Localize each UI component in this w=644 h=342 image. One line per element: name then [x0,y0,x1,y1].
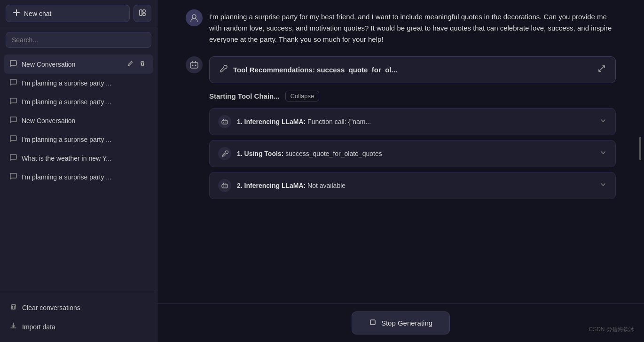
svg-point-16 [223,186,224,187]
svg-rect-2 [143,13,145,16]
chat-icon-7 [9,172,17,182]
conversation-item-7[interactable]: I'm planning a surprise party ... [4,168,153,187]
chat-icon-6 [9,154,17,163]
svg-point-12 [226,122,227,123]
bot-message-group: Tool Recommendations: success_quote_for_… [186,56,616,204]
search-container [0,27,157,53]
tool-recommendation-box[interactable]: Tool Recommendations: success_quote_for_… [209,56,616,83]
chevron-down-icon-1 [599,117,607,126]
sidebar: New chat New Conversation [0,0,157,342]
svg-point-9 [221,71,222,72]
llama-avatar-2 [218,179,231,192]
svg-point-5 [192,65,194,66]
import-data-button[interactable]: Import data [4,317,153,336]
stop-generating-label: Stop Generating [381,319,432,327]
sidebar-toggle-button[interactable] [134,5,151,22]
clear-conversations-label: Clear conversations [22,304,80,311]
conversation-item-active[interactable]: New Conversation [4,54,153,74]
trash-icon [9,303,17,312]
tool-rec-left: Tool Recommendations: success_quote_for_… [219,64,397,75]
tool-step-3-left: 2. Inferencing LLaMA: Not available [218,179,346,192]
conversation-text-3: I'm planning a surprise party ... [22,98,148,106]
chat-area: I'm planning a surprise party for my bes… [157,0,644,303]
delete-conversation-button[interactable] [137,59,148,69]
chat-icon-2 [9,78,17,88]
new-chat-label: New chat [24,10,51,17]
bot-message-header: Tool Recommendations: success_quote_for_… [186,56,616,204]
user-message-group: I'm planning a surprise party for my bes… [186,9,616,45]
svg-rect-1 [143,10,145,12]
svg-rect-10 [222,120,228,124]
tool-chain-header: Starting Tool Chain... Collapse [209,91,616,101]
svg-point-14 [226,119,227,120]
tool-chain-title: Starting Tool Chain... [209,92,280,100]
tool-step-2-left: 1. Using Tools: success_quote_for_olato_… [218,147,382,160]
conversation-text-7: I'm planning a surprise party ... [22,173,148,181]
expand-icon [597,64,606,75]
user-avatar [186,9,203,26]
svg-point-17 [226,186,227,187]
chat-icon-5 [9,135,17,144]
stop-icon [369,319,377,327]
bot-avatar [186,56,203,73]
svg-rect-4 [190,62,198,68]
chat-icon-active [9,60,17,69]
llama-avatar-1 [218,115,231,128]
tool-step-1[interactable]: 1. Inferencing LLaMA: Function call: {"n… [209,108,616,135]
sidebar-bottom: Clear conversations Import data [0,292,157,342]
stop-generating-button[interactable]: Stop Generating [352,311,450,334]
wrench-icon [219,64,228,75]
user-message-text: I'm planning a surprise party for my bes… [209,9,616,45]
conversation-item-5[interactable]: I'm planning a surprise party ... [4,130,153,149]
tool-step-2[interactable]: 1. Using Tools: success_quote_for_olato_… [209,140,616,167]
conversation-text-4: New Conversation [22,117,148,124]
svg-rect-15 [222,184,228,188]
clear-conversations-button[interactable]: Clear conversations [4,298,153,317]
conversation-item-2[interactable]: I'm planning a surprise party ... [4,74,153,93]
conversation-item-4[interactable]: New Conversation [4,111,153,130]
tool-avatar-1 [218,147,231,160]
conversations-list: New Conversation I'm planning a surprise… [0,53,157,292]
layout-icon [139,9,146,18]
chevron-down-icon-3 [599,181,607,190]
search-input[interactable] [6,32,151,48]
conversation-text-1: New Conversation [22,61,120,68]
import-data-label: Import data [22,323,55,331]
svg-point-8 [195,61,196,62]
tool-rec-title: Tool Recommendations: success_quote_for_… [233,66,397,74]
chat-icon-4 [9,116,17,125]
svg-point-11 [223,122,224,123]
conversation-item-6[interactable]: What is the weather in new Y... [4,149,153,168]
edit-conversation-button[interactable] [125,59,135,69]
svg-rect-20 [370,320,375,325]
scroll-indicator [639,137,641,160]
tool-step-1-left: 1. Inferencing LLaMA: Function call: {"n… [218,115,371,128]
sidebar-top: New chat [0,0,157,27]
chat-icon-3 [9,97,17,107]
svg-point-6 [195,65,196,66]
user-message-header: I'm planning a surprise party for my bes… [186,9,616,45]
step-3-text: 2. Inferencing LLaMA: Not available [237,182,346,189]
import-icon [9,322,17,332]
conversation-item-3[interactable]: I'm planning a surprise party ... [4,93,153,111]
main-content: I'm planning a surprise party for my bes… [157,0,644,342]
new-chat-button[interactable]: New chat [6,5,130,22]
svg-point-13 [223,119,224,120]
svg-point-3 [192,15,196,18]
conversation-text-6: What is the weather in new Y... [22,155,148,162]
step-1-text: 1. Inferencing LLaMA: Function call: {"n… [237,118,371,125]
conv-actions [125,59,148,69]
svg-point-19 [226,183,227,184]
step-2-text: 1. Using Tools: success_quote_for_olato_… [237,150,382,157]
watermark: CSDN @碧海饮冰 [589,326,635,334]
svg-rect-0 [140,10,142,16]
svg-point-18 [223,183,224,184]
collapse-button[interactable]: Collapse [285,91,320,101]
bot-response-area: Tool Recommendations: success_quote_for_… [209,56,616,204]
plus-icon [13,9,20,18]
conversation-text-5: I'm planning a surprise party ... [22,136,148,143]
tool-step-3[interactable]: 2. Inferencing LLaMA: Not available [209,172,616,199]
chevron-down-icon-2 [599,149,607,158]
conversation-text-2: I'm planning a surprise party ... [22,79,148,87]
bottom-bar: Stop Generating [157,303,644,342]
